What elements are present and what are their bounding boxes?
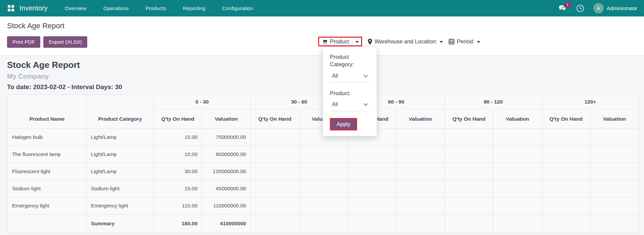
product-name-cell: Sodium light: [8, 180, 87, 197]
cart-icon: [322, 39, 328, 44]
qty-cell: 30.00: [154, 163, 202, 180]
print-pdf-button[interactable]: Print PDF: [7, 36, 40, 48]
product-filter-dropdown: Product Category: All Product: All Apply: [323, 46, 377, 136]
company-name: My Company: [0, 70, 644, 80]
systray: 1 A Administrator: [558, 3, 639, 13]
messages-count-badge: 1: [564, 2, 571, 8]
col-qty-30-60: Q'ty On Hand: [251, 109, 299, 129]
product-name-cell: The fluorescent lamp: [8, 146, 87, 163]
app-name[interactable]: Inventory: [19, 4, 48, 12]
qty-cell: 110.00: [154, 197, 202, 214]
top-navbar: Inventory Overview Operations Products R…: [0, 0, 644, 16]
table-row: Sodium light Sodium light 15.00 45000000…: [8, 180, 639, 197]
product-label: Product:: [330, 89, 370, 97]
table-row: Emergency light Emergency light 110.00 1…: [8, 197, 639, 214]
menu-item-overview[interactable]: Overview: [56, 0, 95, 16]
summary-qty: 180.00: [154, 214, 202, 233]
valuation-cell: 45000000.00: [202, 180, 251, 197]
activities-button[interactable]: [576, 4, 585, 13]
report-content: Stock Age Report My Company To date: 202…: [0, 55, 644, 233]
chevron-down-icon: [363, 102, 367, 106]
filter-bar: Product Warehouse and Location: Period:: [318, 37, 480, 46]
page-title: Stock Age Report: [0, 16, 644, 30]
report-subtitle: To date: 2023-02-02 - Interval Days: 30: [0, 80, 644, 94]
caret-down-icon: [355, 41, 359, 43]
product-category-label: Product Category:: [330, 53, 370, 68]
qty-cell: 10.00: [154, 146, 202, 163]
page-header: Stock Age Report Print PDF Export (XLSX)…: [0, 16, 644, 55]
col-val-60-90: Valuation: [396, 109, 445, 129]
col-val-120plus: Valuation: [590, 109, 639, 129]
product-name-cell: Fluorescent light: [8, 163, 87, 180]
col-qty-0-30: Q'ty On Hand: [154, 109, 202, 129]
product-filter-button[interactable]: Product: [318, 37, 362, 46]
action-buttons: Print PDF Export (XLSX): [7, 36, 87, 48]
product-filter-label: Product: [330, 38, 349, 45]
col-val-0-30: Valuation: [202, 109, 251, 129]
table-row: Fluorescent light Light/Lamp 30.00 12000…: [8, 163, 639, 180]
col-product-name: Product Name: [8, 95, 87, 129]
product-value: All: [332, 102, 338, 108]
caret-down-icon: [477, 41, 480, 43]
table-row: The fluorescent lamp Light/Lamp 10.00 60…: [8, 146, 639, 163]
report-title: Stock Age Report: [0, 55, 644, 70]
qty-cell: 15.00: [154, 180, 202, 197]
col-product-category: Product Category: [87, 95, 154, 129]
group-120plus: 120+: [542, 95, 639, 109]
clock-icon: [576, 4, 584, 12]
menu-item-configuration[interactable]: Configuration: [214, 0, 261, 16]
menu-item-products[interactable]: Products: [137, 0, 175, 16]
valuation-cell: 75000000.00: [202, 129, 251, 146]
product-select[interactable]: All: [330, 101, 370, 111]
col-val-90-120: Valuation: [493, 109, 542, 129]
user-menu[interactable]: A Administrator: [593, 3, 637, 13]
messages-button[interactable]: 1: [558, 4, 567, 13]
export-xlsx-button[interactable]: Export (XLSX): [43, 36, 87, 48]
product-name-cell: Halogen bulb: [8, 129, 87, 146]
product-category-value: All: [332, 73, 338, 79]
warehouse-filter-button[interactable]: Warehouse and Location:: [368, 38, 443, 45]
menu-item-reporting[interactable]: Reporting: [175, 0, 214, 16]
valuation-cell: 120000000.00: [202, 163, 251, 180]
summary-label: Summary: [87, 214, 154, 233]
apps-grid-icon: [8, 5, 14, 11]
col-qty-90-120: Q'ty On Hand: [445, 109, 493, 129]
period-filter-label: Period:: [457, 38, 474, 45]
map-marker-icon: [368, 39, 372, 45]
apply-button[interactable]: Apply: [330, 118, 357, 130]
main-menu: Overview Operations Products Reporting C…: [56, 0, 261, 16]
product-category-cell: Light/Lamp: [87, 129, 154, 146]
summary-row: Summary 180.00 410000000: [8, 214, 639, 233]
calendar-icon: [449, 39, 454, 44]
product-name-cell: Emergency light: [8, 197, 87, 214]
warehouse-filter-label: Warehouse and Location:: [375, 38, 437, 45]
chevron-down-icon: [363, 73, 367, 77]
valuation-cell: 110000000.00: [202, 197, 251, 214]
group-90-120: 90 - 120: [445, 95, 542, 109]
caret-down-icon: [440, 41, 443, 43]
product-category-select[interactable]: All: [330, 72, 370, 83]
qty-cell: 15.00: [154, 129, 202, 146]
period-filter-button[interactable]: Period:: [449, 38, 480, 45]
menu-item-operations[interactable]: Operations: [95, 0, 137, 16]
product-category-cell: Sodium light: [87, 180, 154, 197]
group-0-30: 0 - 30: [154, 95, 251, 109]
valuation-cell: 60000000.00: [202, 146, 251, 163]
user-name: Administrator: [607, 5, 637, 11]
avatar: A: [593, 3, 604, 13]
summary-valuation: 410000000: [202, 214, 251, 233]
product-category-cell: Emergency light: [87, 197, 154, 214]
divider: [352, 39, 352, 45]
apps-menu-button[interactable]: [5, 0, 17, 16]
col-qty-120plus: Q'ty On Hand: [542, 109, 590, 129]
product-category-cell: Light/Lamp: [87, 163, 154, 180]
product-category-cell: Light/Lamp: [87, 146, 154, 163]
